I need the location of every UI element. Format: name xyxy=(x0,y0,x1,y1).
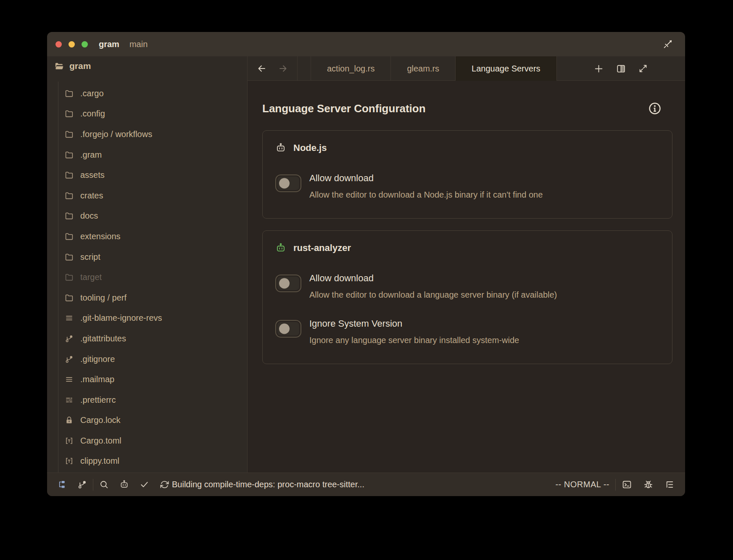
tree-item[interactable]: .gitignore xyxy=(47,349,247,370)
tree-item-label: extensions xyxy=(80,232,121,241)
window-controls xyxy=(55,41,88,48)
folder-icon xyxy=(65,130,74,139)
folder-icon xyxy=(65,293,74,302)
tab-label: gleam.rs xyxy=(407,64,439,74)
project-panel-toggle[interactable] xyxy=(57,480,67,489)
tree-item[interactable]: tooling / perf xyxy=(47,288,247,308)
folder-icon xyxy=(65,232,74,241)
toggle-switch[interactable] xyxy=(275,174,301,192)
editor-tab[interactable]: action_log.rs xyxy=(311,56,391,81)
sword-icon[interactable] xyxy=(662,39,673,50)
folder-icon xyxy=(65,109,74,118)
split-pane-button[interactable] xyxy=(616,63,626,74)
forward-button[interactable] xyxy=(278,63,288,74)
git-branch-icon xyxy=(65,355,74,364)
status-bar: Building compile-time-deps: proc-macro t… xyxy=(47,473,685,496)
info-button[interactable] xyxy=(648,102,662,115)
tree-item[interactable]: .cargo xyxy=(47,83,247,104)
tree-item-label: target xyxy=(80,272,102,282)
app-window: gram main gram .cargo.config.forgejo / w… xyxy=(47,32,685,496)
debug-button[interactable] xyxy=(643,479,654,490)
tab-label: Language Servers xyxy=(472,64,540,74)
setting-row: Allow downloadAllow the editor to downlo… xyxy=(275,273,659,300)
folder-icon xyxy=(65,253,74,262)
titlebar: gram main xyxy=(47,32,685,56)
card-title: rust-analyzer xyxy=(293,243,351,254)
expand-button[interactable] xyxy=(638,63,648,74)
lock-icon xyxy=(65,416,74,425)
tree-item-label: .prettierrc xyxy=(80,395,116,405)
tree-item-label: .gitattributes xyxy=(80,334,126,343)
tree-item-label: script xyxy=(80,252,100,262)
editor-pane: action_log.rsgleam.rsLanguage Servers La… xyxy=(248,56,685,473)
tree-item[interactable]: .gitattributes xyxy=(47,328,247,349)
close-button[interactable] xyxy=(55,41,62,48)
tree-item[interactable]: .config xyxy=(47,104,247,124)
sync-status-icon[interactable] xyxy=(160,480,169,489)
status-message[interactable]: Building compile-time-deps: proc-macro t… xyxy=(172,480,364,489)
search-button[interactable] xyxy=(99,480,109,489)
tab-bar: action_log.rsgleam.rsLanguage Servers xyxy=(248,56,685,81)
tree-item-label: .gram xyxy=(80,150,102,160)
branch-label[interactable]: main xyxy=(129,40,148,49)
new-tab-button[interactable] xyxy=(593,63,604,74)
tree-item-label: Cargo.toml xyxy=(80,436,121,446)
toggle-switch[interactable] xyxy=(275,320,301,338)
tree-item[interactable]: .git-blame-ignore-revs xyxy=(47,308,247,329)
minimize-button[interactable] xyxy=(69,41,75,48)
toggle-switch[interactable] xyxy=(275,275,301,292)
tab-bar-spacer xyxy=(298,56,311,81)
status-divider xyxy=(93,479,93,491)
folder-open-icon xyxy=(54,61,64,71)
diagnostics-button[interactable] xyxy=(140,480,149,489)
git-panel-button[interactable] xyxy=(77,480,87,489)
tree-item[interactable]: .gram xyxy=(47,145,247,165)
tree-item-label: .config xyxy=(80,109,105,119)
back-button[interactable] xyxy=(257,63,267,74)
status-divider xyxy=(615,479,616,491)
project-root-header[interactable]: gram xyxy=(47,56,247,76)
tree-item[interactable]: Cargo.toml xyxy=(47,431,247,451)
setting-row: Allow downloadAllow the editor to downlo… xyxy=(275,173,659,200)
setting-description: Ignore any language server binary instal… xyxy=(309,335,659,345)
tree-item[interactable]: script xyxy=(47,247,247,267)
tree-item[interactable]: .forgejo / workflows xyxy=(47,124,247,145)
tree-item[interactable]: crates xyxy=(47,185,247,206)
tree-item[interactable]: docs xyxy=(47,206,247,227)
folder-icon xyxy=(65,191,74,200)
setting-label: Ignore System Version xyxy=(309,318,659,329)
tree-item-label: tooling / perf xyxy=(80,293,127,303)
terminal-button[interactable] xyxy=(622,479,632,490)
folder-icon xyxy=(65,171,74,180)
tree-item-label: docs xyxy=(80,211,98,221)
tree-item[interactable]: clippy.toml xyxy=(47,451,247,472)
tree-item[interactable]: target xyxy=(47,267,247,288)
tree-item[interactable]: assets xyxy=(47,165,247,185)
tree-item-label: .gitignore xyxy=(80,354,115,364)
dashed-lines-icon xyxy=(65,396,74,404)
editor-tab[interactable]: Language Servers xyxy=(456,56,556,81)
outline-button[interactable] xyxy=(664,479,675,490)
tree-item[interactable]: extensions xyxy=(47,226,247,247)
card-title: Node.js xyxy=(293,143,327,153)
settings-page: Language Server Configuration Node.jsAll… xyxy=(248,81,685,473)
page-title: Language Server Configuration xyxy=(262,102,426,115)
assistant-button[interactable] xyxy=(119,480,129,489)
lines-icon xyxy=(65,375,74,384)
tree-item[interactable]: Cargo.lock xyxy=(47,410,247,431)
editor-tab[interactable]: gleam.rs xyxy=(391,56,456,81)
setting-description: Allow the editor to download a language … xyxy=(309,290,659,300)
project-panel: gram .cargo.config.forgejo / workflows.g… xyxy=(47,56,248,473)
history-nav xyxy=(248,56,298,81)
project-title[interactable]: gram xyxy=(99,40,119,49)
maximize-button[interactable] xyxy=(82,41,88,48)
tree-item-label: clippy.toml xyxy=(80,456,119,466)
tree-item-label: crates xyxy=(80,191,103,201)
project-root-label: gram xyxy=(69,61,91,71)
file-tree: .cargo.config.forgejo / workflows.gramas… xyxy=(47,76,247,473)
tree-item[interactable]: .prettierrc xyxy=(47,390,247,410)
tree-item-label: Cargo.lock xyxy=(80,415,121,425)
toml-icon xyxy=(65,436,74,445)
setting-label: Allow download xyxy=(309,273,659,284)
tree-item[interactable]: .mailmap xyxy=(47,369,247,390)
